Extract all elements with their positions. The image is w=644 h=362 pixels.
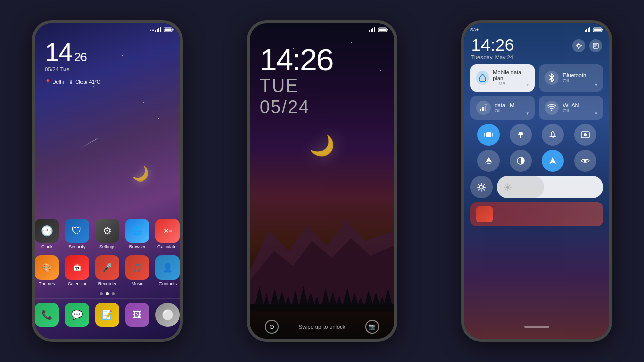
app-themes[interactable]: 🎨 Themes bbox=[35, 255, 59, 286]
flashlight-icon bbox=[516, 130, 526, 140]
phone1-weather: 📍 Delhi 🌡 Clear 41°C bbox=[35, 77, 180, 87]
app-row-2: 🎨 Themes 📅 Calendar 🎤 Recorder 🎵 Music bbox=[35, 252, 180, 289]
mobile-data-sub: Off bbox=[495, 108, 515, 113]
timer-icon bbox=[575, 42, 582, 49]
dock-phone[interactable]: 📞 bbox=[35, 303, 59, 327]
svg-rect-2 bbox=[158, 28, 159, 32]
dock-messages[interactable]: 💬 bbox=[65, 303, 89, 327]
brightness-slider[interactable] bbox=[497, 176, 603, 198]
weather-icon: 🌡 bbox=[69, 79, 74, 85]
toggle-mobile-data[interactable]: M data M Off ▼ bbox=[470, 96, 535, 120]
clock-icon: 🕐 bbox=[35, 219, 59, 243]
svg-rect-36 bbox=[250, 304, 394, 311]
svg-line-77 bbox=[509, 185, 510, 185]
signal-icon bbox=[155, 27, 163, 32]
camera-front-icon[interactable]: ⊙ bbox=[265, 320, 279, 334]
dock-gallery[interactable]: 🖼 bbox=[125, 303, 149, 327]
app-recorder[interactable]: 🎤 Recorder bbox=[95, 255, 119, 286]
reading-mode-btn[interactable] bbox=[510, 150, 532, 172]
phone1-date: 05/24 Tue bbox=[45, 66, 170, 72]
phone1-apps: 🕐 Clock 🛡 Security ⚙ Settings 🌐 Browser bbox=[35, 87, 180, 339]
phone2-wrapper: 14:26 TUE 05/24 🌙 bbox=[247, 20, 397, 342]
flashlight-btn[interactable] bbox=[510, 124, 532, 146]
svg-rect-40 bbox=[589, 27, 590, 32]
security-label: Security bbox=[69, 244, 86, 249]
cc-date: Tuesday, May 24 bbox=[471, 54, 514, 60]
gear-icon bbox=[477, 183, 486, 192]
svg-text:M: M bbox=[485, 104, 487, 106]
app-contacts[interactable]: 👤 Contacts bbox=[155, 255, 180, 286]
phone2-signal-icon bbox=[369, 27, 376, 32]
dot-2 bbox=[106, 292, 109, 295]
brightness-settings-btn[interactable] bbox=[470, 176, 493, 198]
data-plan-icon bbox=[476, 71, 489, 85]
messages-icon: 💬 bbox=[65, 303, 89, 327]
airplane-icon bbox=[484, 156, 494, 166]
cc-header: 14:26 Tuesday, May 24 bbox=[464, 34, 609, 64]
vibrate-btn[interactable] bbox=[477, 124, 500, 146]
svg-line-75 bbox=[505, 185, 506, 185]
location-btn[interactable] bbox=[542, 150, 564, 172]
page-dots bbox=[35, 289, 180, 298]
app-settings[interactable]: ⚙ Settings bbox=[95, 219, 119, 249]
svg-marker-67 bbox=[549, 157, 556, 164]
svg-rect-55 bbox=[485, 106, 486, 111]
phone3: SA+ bbox=[461, 20, 612, 342]
svg-rect-37 bbox=[585, 30, 586, 32]
lock-date: 05/24 bbox=[260, 97, 333, 118]
app-calculator[interactable]: ✕━ Calculator bbox=[155, 219, 180, 249]
svg-point-69 bbox=[479, 186, 483, 189]
location-icon: 📍 bbox=[45, 79, 51, 85]
airplane-btn[interactable] bbox=[477, 150, 500, 172]
mobile-data-arrow: ▼ bbox=[526, 111, 530, 116]
cc-time: 14:26 bbox=[471, 36, 514, 53]
svg-rect-38 bbox=[586, 29, 587, 32]
phone-icon: 📞 bbox=[35, 303, 59, 327]
themes-label: Themes bbox=[39, 281, 55, 286]
phone2-status-bar bbox=[250, 23, 394, 34]
svg-point-68 bbox=[584, 160, 586, 162]
phone1: 🌙 ▪▪▪ bbox=[32, 20, 183, 342]
water-drop-icon bbox=[478, 73, 487, 82]
security-icon: 🛡 bbox=[65, 219, 89, 243]
toggle-bluetooth[interactable]: Bluetooth Off ▼ bbox=[539, 64, 603, 92]
toggle-data-plan[interactable]: Mobile data plan — MB ▼ bbox=[470, 64, 535, 92]
vibrate-icon bbox=[484, 130, 494, 140]
home-indicator bbox=[524, 326, 549, 328]
app-browser[interactable]: 🌐 Browser bbox=[125, 219, 149, 249]
svg-point-70 bbox=[506, 186, 509, 189]
moon-lock-icon: 🌙 bbox=[309, 134, 335, 157]
bluetooth-arrow: ▼ bbox=[594, 83, 598, 87]
contrast-icon bbox=[516, 156, 526, 166]
brightness-icon-btn[interactable] bbox=[572, 39, 585, 52]
bluetooth-icon bbox=[548, 73, 556, 82]
svg-rect-42 bbox=[602, 29, 603, 31]
dock-notes[interactable]: 📝 bbox=[95, 303, 119, 327]
music-label: Music bbox=[132, 281, 144, 286]
app-calendar[interactable]: 📅 Calendar bbox=[65, 255, 89, 286]
screenrecord-btn[interactable] bbox=[574, 124, 596, 146]
phone2-screen: 14:26 TUE 05/24 🌙 bbox=[250, 23, 394, 339]
edit-icon-btn[interactable] bbox=[589, 39, 602, 52]
music-card[interactable] bbox=[470, 202, 603, 226]
dock-lens[interactable]: ⚪ bbox=[155, 303, 180, 327]
phone3-battery-icon bbox=[593, 27, 603, 32]
svg-point-63 bbox=[584, 133, 587, 136]
carrier-text: SA+ bbox=[470, 27, 479, 32]
notification-btn[interactable] bbox=[542, 124, 564, 146]
privacy-btn[interactable] bbox=[574, 150, 596, 172]
app-clock[interactable]: 🕐 Clock bbox=[35, 219, 59, 249]
mobile-data-title: data M bbox=[495, 102, 515, 108]
svg-rect-57 bbox=[486, 132, 491, 137]
app-row-1: 🕐 Clock 🛡 Security ⚙ Settings 🌐 Browser bbox=[35, 216, 180, 252]
svg-rect-3 bbox=[160, 27, 161, 32]
browser-label: Browser bbox=[129, 244, 146, 249]
camera-icon[interactable]: 📷 bbox=[365, 320, 379, 334]
calculator-icon: ✕━ bbox=[155, 219, 180, 243]
swipe-text: Swipe up to unlock bbox=[279, 324, 365, 330]
svg-rect-8 bbox=[371, 29, 372, 32]
phone2-bottom-bar: ⊙ Swipe up to unlock 📷 bbox=[250, 320, 394, 334]
app-music[interactable]: 🎵 Music bbox=[125, 255, 149, 286]
app-security[interactable]: 🛡 Security bbox=[65, 219, 89, 249]
toggle-wlan[interactable]: WLAN Off ▼ bbox=[539, 96, 603, 120]
